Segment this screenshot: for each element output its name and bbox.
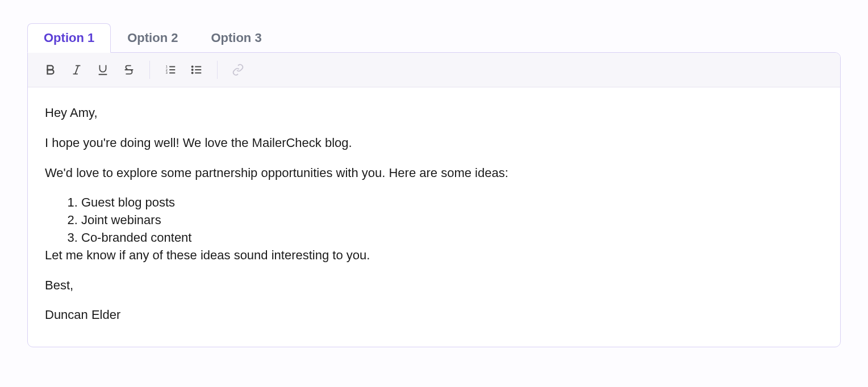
email-followup: Let me know if any of these ideas sound … [45,247,823,264]
editor-panel: 1 2 3 Hey Amy, I hope yo [27,52,841,347]
link-icon [232,64,244,76]
strikethrough-icon [123,64,135,76]
link-button[interactable] [227,58,249,81]
tabs-bar: Option 1 Option 2 Option 3 [27,23,841,52]
ordered-list-icon: 1 2 3 [164,64,177,76]
email-pitch: We'd love to explore some partnership op… [45,165,823,182]
svg-point-15 [192,69,193,70]
email-signoff: Best, [45,277,823,295]
formatting-toolbar: 1 2 3 [28,53,840,87]
email-intro: I hope you're doing well! We love the Ma… [45,134,823,152]
underline-icon [97,64,109,76]
toolbar-divider [217,61,218,79]
editor-container: Option 1 Option 2 Option 3 [0,0,868,347]
unordered-list-icon [190,64,203,76]
list-item: Guest blog posts [81,194,823,212]
tab-label: Option 2 [127,31,178,45]
bold-button[interactable] [39,58,62,81]
email-body[interactable]: Hey Amy, I hope you're doing well! We lo… [28,87,840,347]
email-greeting: Hey Amy, [45,104,823,122]
bold-icon [44,64,57,76]
unordered-list-button[interactable] [185,58,208,81]
tab-option-2[interactable]: Option 2 [111,23,194,53]
list-item: Co-branded content [81,229,823,247]
tab-option-3[interactable]: Option 3 [194,23,278,53]
svg-point-14 [192,66,193,67]
underline-button[interactable] [91,58,114,81]
italic-icon [70,64,83,76]
email-ideas-list: Guest blog posts Joint webinars Co-brand… [81,194,823,246]
strikethrough-button[interactable] [118,58,140,81]
italic-button[interactable] [65,58,88,81]
tab-option-1[interactable]: Option 1 [27,23,111,53]
svg-point-16 [192,72,193,73]
tab-label: Option 1 [44,31,94,45]
ordered-list-button[interactable]: 1 2 3 [159,58,182,81]
tab-label: Option 3 [211,31,261,45]
toolbar-divider [149,61,150,79]
svg-text:3: 3 [166,71,168,74]
svg-line-2 [75,66,78,74]
list-item: Joint webinars [81,212,823,229]
email-signature: Duncan Elder [45,306,823,324]
